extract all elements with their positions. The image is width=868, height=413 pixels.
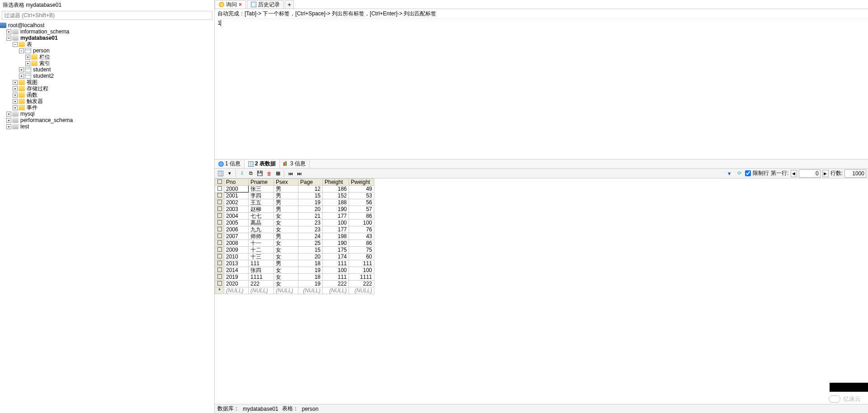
filter-input[interactable]	[2, 11, 212, 20]
table-row[interactable]: 2010十三女2017460	[215, 253, 374, 260]
tree-node-db[interactable]: performance_schema	[20, 117, 73, 123]
tree-node-db[interactable]: information_schema	[20, 28, 69, 35]
row-checkbox[interactable]	[215, 267, 224, 274]
cell[interactable]: 76	[349, 226, 374, 233]
tree-node-db[interactable]: test	[20, 123, 29, 130]
cell[interactable]: 男	[274, 233, 298, 240]
table-row[interactable]: 20191111女181111111	[215, 274, 374, 281]
subtab-info[interactable]: 1 信息	[215, 160, 245, 168]
cell[interactable]: 男	[274, 192, 298, 199]
cell[interactable]: 21	[298, 213, 323, 220]
cell[interactable]: 高晶	[249, 220, 274, 226]
cell[interactable]: 张三	[249, 186, 274, 192]
expand-icon[interactable]: +	[6, 29, 11, 34]
collapse-icon[interactable]: −	[19, 48, 24, 53]
expand-icon[interactable]: +	[13, 99, 18, 104]
row-checkbox[interactable]	[215, 281, 224, 287]
cell[interactable]: 111	[323, 274, 349, 281]
schema-tree[interactable]: root@localhost + information_schema − my…	[0, 21, 214, 413]
column-header[interactable]: Page	[298, 179, 323, 186]
expand-icon[interactable]: +	[6, 124, 11, 129]
column-header-check[interactable]	[215, 179, 224, 186]
cell[interactable]: 九九	[249, 226, 274, 233]
cell[interactable]: 222	[249, 281, 274, 287]
cell[interactable]: 2007	[224, 233, 249, 240]
expand-icon[interactable]: +	[13, 93, 18, 98]
cell[interactable]: 23	[298, 226, 323, 233]
row-checkbox[interactable]	[215, 206, 224, 213]
cell[interactable]: 2019	[224, 274, 249, 281]
cell[interactable]: 2008	[224, 240, 249, 247]
data-grid-wrap[interactable]: PnoPnamePsexPagePheightPweight2000张三男121…	[215, 178, 868, 404]
cell[interactable]: 女	[274, 281, 298, 287]
cell[interactable]: 111	[323, 260, 349, 267]
first-row-input[interactable]	[799, 169, 821, 178]
toolbar-filter-button[interactable]: ▼	[725, 169, 733, 178]
cell[interactable]: 177	[323, 226, 349, 233]
row-checkbox[interactable]	[215, 240, 224, 247]
next-page-button[interactable]: ▶	[822, 170, 829, 177]
column-header[interactable]: Pheight	[323, 179, 349, 186]
cell[interactable]: 女	[274, 240, 298, 247]
tree-node-server[interactable]: root@localhost	[8, 22, 44, 28]
tab-add-button[interactable]: +	[285, 0, 294, 9]
cell[interactable]: 2002	[224, 199, 249, 206]
table-row[interactable]: 2014张四女19100100	[215, 267, 374, 274]
cell[interactable]: 100	[323, 220, 349, 226]
toolbar-save-button[interactable]: 💾	[256, 169, 264, 178]
cell[interactable]: 43	[349, 233, 374, 240]
row-checkbox[interactable]	[215, 247, 224, 253]
cell[interactable]: 张四	[249, 267, 274, 274]
cell[interactable]: 19	[298, 199, 323, 206]
cell[interactable]: 女	[274, 253, 298, 260]
cell[interactable]: 2013	[224, 260, 249, 267]
cell[interactable]: 100	[349, 220, 374, 226]
toolbar-refresh-button[interactable]	[217, 169, 225, 178]
tree-node-funcs[interactable]: 函数	[26, 92, 38, 98]
limit-rows-checkbox[interactable]	[745, 170, 751, 176]
cell[interactable]: (NULL)	[323, 287, 349, 294]
subtab-info3[interactable]: 3 信息	[280, 160, 310, 168]
cell[interactable]: 七七	[249, 213, 274, 220]
tree-node-procs[interactable]: 存储过程	[26, 85, 48, 92]
column-header[interactable]: Pno	[224, 179, 249, 186]
cell[interactable]: 75	[349, 247, 374, 253]
cell[interactable]: 86	[349, 240, 374, 247]
table-row[interactable]: 2002王五男1918856	[215, 199, 374, 206]
tree-node-tables[interactable]: 表	[26, 41, 32, 47]
cell[interactable]: 19	[298, 267, 323, 274]
cell[interactable]: 女	[274, 247, 298, 253]
cell[interactable]: 186	[323, 186, 349, 192]
cell[interactable]: 198	[323, 233, 349, 240]
cell[interactable]: 24	[298, 233, 323, 240]
cell[interactable]: 190	[323, 240, 349, 247]
cell[interactable]: 王五	[249, 199, 274, 206]
row-checkbox[interactable]	[215, 220, 224, 226]
subtab-table-data[interactable]: 2 表数据	[245, 160, 280, 168]
toolbar-last-button[interactable]: ⏭	[295, 169, 303, 178]
cell[interactable]: 师师	[249, 233, 274, 240]
cell[interactable]: 赵柳	[249, 206, 274, 213]
cell[interactable]: 25	[298, 240, 323, 247]
cell[interactable]: 2003	[224, 206, 249, 213]
table-row[interactable]: 2013111男18111111	[215, 260, 374, 267]
close-icon[interactable]: ×	[239, 1, 242, 8]
cell[interactable]: 12	[298, 186, 323, 192]
cell[interactable]: 18	[298, 260, 323, 267]
cell[interactable]: 2006	[224, 226, 249, 233]
table-row[interactable]: 2008十一女2519086	[215, 240, 374, 247]
tab-history[interactable]: 历史记录	[247, 0, 284, 9]
sql-editor[interactable]: 1	[215, 19, 868, 159]
cell[interactable]: 女	[274, 274, 298, 281]
cell[interactable]: 222	[323, 281, 349, 287]
column-header[interactable]: Psex	[274, 179, 298, 186]
tree-node-table[interactable]: student	[33, 66, 51, 73]
cell[interactable]: 男	[274, 260, 298, 267]
table-row[interactable]: 2000张三男1218649	[215, 186, 374, 192]
tab-query[interactable]: 询问 ×	[215, 0, 246, 9]
column-header[interactable]: Pname	[249, 179, 274, 186]
cell[interactable]: 18	[298, 274, 323, 281]
table-row[interactable]: 2007师师男2419843	[215, 233, 374, 240]
cell[interactable]: 2020	[224, 281, 249, 287]
cell[interactable]: 222	[349, 281, 374, 287]
